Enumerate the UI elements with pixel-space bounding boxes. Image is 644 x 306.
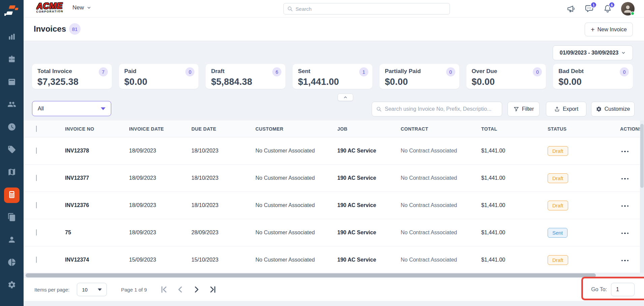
chevron-up-icon	[343, 95, 348, 100]
row-checkbox[interactable]	[36, 147, 37, 154]
new-menu-dropdown[interactable]: New	[72, 4, 91, 11]
calendar-icon	[7, 77, 16, 88]
table-row[interactable]: INV12374 15/09/2023 15/10/2023 No Custom…	[24, 246, 644, 274]
col-header-status[interactable]: STATUS	[544, 126, 617, 132]
notifications-badge: 6	[609, 2, 615, 8]
select-all-checkbox[interactable]	[36, 126, 37, 132]
first-page-button[interactable]	[160, 285, 168, 294]
invoice-search-input[interactable]	[385, 106, 498, 112]
row-checkbox[interactable]	[36, 257, 37, 263]
chevron-right-icon	[192, 285, 201, 294]
notifications-button[interactable]: 6	[603, 4, 612, 13]
last-page-button[interactable]	[208, 285, 217, 294]
cell-invoice-no[interactable]: INV12376	[62, 202, 126, 208]
row-checkbox[interactable]	[36, 175, 37, 181]
user-avatar[interactable]	[621, 2, 635, 15]
col-header-due-date[interactable]: DUE DATE	[188, 126, 252, 132]
sidebar-item-timesheets[interactable]	[4, 120, 20, 135]
sidebar-item-territories[interactable]	[4, 165, 20, 180]
items-per-page-label: Items per page:	[34, 287, 69, 293]
announcements-button[interactable]	[566, 4, 576, 13]
cell-invoice-no[interactable]: INV12374	[62, 257, 126, 263]
row-checkbox[interactable]	[36, 202, 37, 208]
sidebar-item-schedule[interactable]	[4, 75, 20, 90]
vertical-scrollbar-thumb[interactable]	[640, 124, 644, 188]
messages-button[interactable]: 1	[585, 4, 594, 13]
status-badge: Draft	[548, 173, 568, 183]
gear-icon	[7, 280, 16, 291]
export-button[interactable]: Export	[546, 102, 586, 116]
stat-count-badge: 0	[446, 67, 455, 76]
export-label: Export	[563, 106, 578, 112]
stat-card-bad-debt[interactable]: Bad Debt 0 $0.00	[553, 64, 633, 89]
table-row[interactable]: 75 18/09/2023 28/09/2023 No Customer Ass…	[24, 219, 644, 246]
pagination-bar: Items per page: 10 Page 1 of 9 Go To:	[24, 278, 644, 301]
date-range-value: 01/09/2023 - 30/09/2023	[560, 50, 618, 56]
row-actions-button[interactable]	[621, 258, 630, 264]
sidebar-nav	[4, 30, 20, 300]
global-search-input[interactable]	[296, 6, 446, 12]
row-actions-button[interactable]	[621, 149, 630, 155]
col-header-invoice-date[interactable]: INVOICE DATE	[126, 126, 188, 132]
col-header-invoice-no[interactable]: INVOICE NO	[62, 126, 126, 132]
cell-job[interactable]: 190 AC Service	[334, 148, 397, 154]
new-invoice-button[interactable]: + New Invoice	[585, 23, 633, 36]
status-filter-value: All	[38, 106, 44, 112]
status-badge: Sent	[548, 228, 568, 238]
customize-button[interactable]: Customize	[591, 102, 635, 116]
sidebar-item-reports[interactable]	[4, 255, 20, 271]
cell-job[interactable]: 190 AC Service	[334, 202, 397, 208]
sidebar-item-analytics[interactable]	[4, 30, 20, 45]
cell-invoice-no[interactable]: 75	[62, 230, 126, 236]
previous-page-button[interactable]	[176, 285, 185, 294]
sidebar-item-documents[interactable]	[4, 210, 20, 226]
table-row[interactable]: INV12376 18/09/2023 18/10/2023 No Custom…	[24, 192, 644, 219]
next-page-button[interactable]	[192, 285, 201, 294]
sidebar-item-teams[interactable]	[4, 97, 20, 113]
sidebar-item-jobs[interactable]	[4, 52, 20, 68]
topbar: ACME CORPORATION New 1 6	[24, 0, 644, 18]
sidebar-item-settings[interactable]	[4, 278, 20, 293]
date-range-picker[interactable]: 01/09/2023 - 30/09/2023	[553, 45, 633, 60]
sidebar-item-pricing[interactable]	[4, 142, 20, 158]
sidebar-item-customers[interactable]	[4, 233, 20, 248]
bar-chart-icon	[7, 32, 16, 42]
page-info: Page 1 of 9	[121, 287, 147, 293]
row-actions-button[interactable]	[621, 176, 630, 182]
cell-contract: No Contract Associated	[397, 175, 478, 181]
stat-card-over-due[interactable]: Over Due 0 $0.00	[466, 64, 546, 89]
cell-invoice-no[interactable]: INV12377	[62, 175, 126, 181]
cell-job[interactable]: 190 AC Service	[334, 230, 397, 236]
stat-card-paid[interactable]: Paid 0 $0.00	[119, 64, 199, 89]
stat-card-partially-paid[interactable]: Partially Paid 0 $0.00	[379, 64, 459, 89]
cell-invoice-no[interactable]: INV12378	[62, 148, 126, 154]
cell-job[interactable]: 190 AC Service	[334, 257, 397, 263]
cell-customer: No Customer Associated	[252, 148, 334, 154]
horizontal-scrollbar-thumb[interactable]	[26, 273, 596, 277]
col-header-job[interactable]: JOB	[334, 126, 397, 132]
invoice-count-badge: 81	[69, 23, 81, 35]
app-logo-icon[interactable]	[4, 3, 19, 18]
status-filter-dropdown[interactable]: All	[32, 101, 111, 116]
row-actions-button[interactable]	[621, 203, 630, 209]
table-row[interactable]: INV12377 18/09/2023 18/10/2023 No Custom…	[24, 165, 644, 192]
collapse-stats-button[interactable]	[338, 94, 353, 101]
col-header-total[interactable]: TOTAL	[478, 126, 544, 132]
dropdown-caret-icon	[98, 288, 102, 291]
col-header-customer[interactable]: CUSTOMER	[252, 126, 334, 132]
row-checkbox[interactable]	[36, 229, 37, 236]
stat-card-draft[interactable]: Draft 6 $5,884.38	[206, 64, 285, 89]
goto-page-input[interactable]	[611, 283, 635, 296]
stat-count-badge: 0	[533, 67, 542, 76]
cell-contract: No Contract Associated	[397, 202, 478, 208]
filter-button[interactable]: Filter	[508, 102, 540, 116]
row-actions-button[interactable]	[621, 231, 630, 236]
cell-job[interactable]: 190 AC Service	[334, 175, 397, 181]
sidebar-item-invoices[interactable]	[4, 188, 20, 203]
stat-card-total-invoice[interactable]: Total Invoice 7 $7,325.38	[32, 64, 112, 89]
table-row[interactable]: INV12378 18/09/2023 18/10/2023 No Custom…	[24, 137, 644, 165]
stat-card-sent[interactable]: Sent 1 $1,441.00	[293, 64, 372, 89]
items-per-page-dropdown[interactable]: 10	[77, 283, 107, 296]
stat-count-badge: 0	[620, 67, 629, 76]
col-header-contract[interactable]: CONTRACT	[397, 126, 478, 132]
